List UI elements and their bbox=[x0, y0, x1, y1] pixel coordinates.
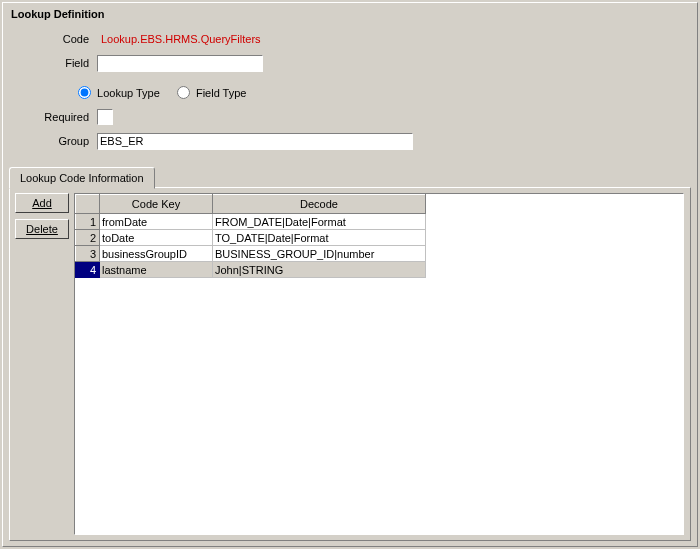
col-header-blank bbox=[76, 195, 100, 214]
grid-wrap: Code Key Decode 1fromDateFROM_DATE|Date|… bbox=[74, 193, 684, 535]
row-number[interactable]: 1 bbox=[76, 214, 100, 230]
cell-decode[interactable]: John|STRING bbox=[213, 262, 426, 278]
lookup-type-radio[interactable] bbox=[78, 86, 91, 99]
cell-decode[interactable]: FROM_DATE|Date|Format bbox=[213, 214, 426, 230]
cell-decode[interactable]: TO_DATE|Date|Format bbox=[213, 230, 426, 246]
required-label: Required bbox=[3, 111, 97, 123]
panel-title: Lookup Definition bbox=[11, 8, 104, 20]
add-button[interactable]: Add bbox=[15, 193, 69, 213]
field-type-radio-label[interactable]: Field Type bbox=[172, 83, 247, 99]
table-row[interactable]: 1fromDateFROM_DATE|Date|Format bbox=[76, 214, 426, 230]
form-area: Code Lookup.EBS.HRMS.QueryFilters Field … bbox=[3, 27, 697, 153]
row-number[interactable]: 3 bbox=[76, 246, 100, 262]
side-buttons: Add Delete bbox=[15, 193, 69, 245]
cell-codekey[interactable]: businessGroupID bbox=[100, 246, 213, 262]
table-row[interactable]: 4lastnameJohn|STRING bbox=[76, 262, 426, 278]
table-row[interactable]: 3businessGroupIDBUSINESS_GROUP_ID|number bbox=[76, 246, 426, 262]
required-checkbox[interactable] bbox=[97, 109, 113, 125]
cell-codekey[interactable]: toDate bbox=[100, 230, 213, 246]
group-input[interactable] bbox=[97, 133, 413, 150]
table-row[interactable]: 2toDateTO_DATE|Date|Format bbox=[76, 230, 426, 246]
col-header-decode[interactable]: Decode bbox=[213, 195, 426, 214]
field-type-text: Field Type bbox=[196, 87, 247, 99]
field-type-radio[interactable] bbox=[177, 86, 190, 99]
tab-body: Add Delete Code Key Decode 1fromDateFROM… bbox=[9, 187, 691, 541]
lookup-type-text: Lookup Type bbox=[97, 87, 160, 99]
cell-codekey[interactable]: lastname bbox=[100, 262, 213, 278]
code-label: Code bbox=[3, 33, 97, 45]
cell-codekey[interactable]: fromDate bbox=[100, 214, 213, 230]
row-number[interactable]: 4 bbox=[76, 262, 100, 278]
row-number[interactable]: 2 bbox=[76, 230, 100, 246]
delete-button[interactable]: Delete bbox=[15, 219, 69, 239]
tab-lookup-code-info[interactable]: Lookup Code Information bbox=[9, 167, 155, 189]
tab-strip: Lookup Code Information bbox=[9, 167, 691, 187]
lookup-definition-window: Lookup Definition Code Lookup.EBS.HRMS.Q… bbox=[2, 2, 698, 547]
field-input[interactable] bbox=[97, 55, 263, 72]
field-label: Field bbox=[3, 57, 97, 69]
cell-decode[interactable]: BUSINESS_GROUP_ID|number bbox=[213, 246, 426, 262]
lookup-grid[interactable]: Code Key Decode 1fromDateFROM_DATE|Date|… bbox=[75, 194, 426, 278]
col-header-codekey[interactable]: Code Key bbox=[100, 195, 213, 214]
tab-area: Lookup Code Information Add Delete Code … bbox=[9, 167, 691, 540]
lookup-type-radio-label[interactable]: Lookup Type bbox=[73, 83, 160, 99]
code-value: Lookup.EBS.HRMS.QueryFilters bbox=[97, 33, 261, 45]
group-label: Group bbox=[3, 135, 97, 147]
